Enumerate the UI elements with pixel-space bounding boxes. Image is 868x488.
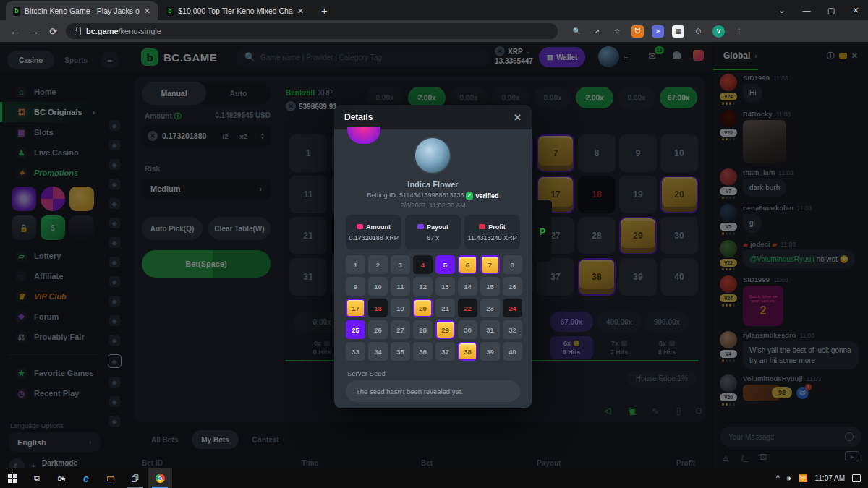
keno-tile-9[interactable]: 9 <box>619 134 657 172</box>
sidebar-collapse-icon[interactable]: ≡ <box>101 51 119 69</box>
sidebar-item-favorite-games[interactable]: ★Favorite Games <box>0 363 105 383</box>
sidebar-item-recent-play[interactable]: ◷Recent Play <box>0 383 105 403</box>
bonus-gift-icon[interactable] <box>693 50 704 61</box>
wallet-button[interactable]: ▤ Wallet <box>539 47 585 67</box>
chat-username[interactable]: SID199911:03 <box>743 275 864 283</box>
chat-username[interactable]: R4Rocky11:03 <box>743 110 864 118</box>
tab-close-icon[interactable]: ✕ <box>144 7 150 16</box>
start-button[interactable] <box>0 468 25 488</box>
sidebar-item-forum[interactable]: ❖Forum <box>0 307 105 327</box>
bcgame-logo-text[interactable]: BC.GAME <box>163 51 217 64</box>
sound-icon[interactable]: ◁ <box>602 406 613 416</box>
player-avatar[interactable] <box>414 137 451 174</box>
reload-button[interactable]: ⟳ <box>49 26 57 37</box>
window-minimize-button[interactable]: — <box>794 6 819 14</box>
store-icon[interactable]: 🛍 <box>49 468 74 488</box>
gif-icon[interactable]: ▶ <box>845 451 859 461</box>
bcgame-logo-icon[interactable]: b <box>141 48 158 66</box>
sidebar-item-slots[interactable]: ▦Slots <box>0 122 105 142</box>
wallet-extension-icon[interactable]: ➤ <box>652 25 664 38</box>
bomb-icon[interactable]: ◆ <box>109 315 120 326</box>
keno-tile-37[interactable]: 37 <box>537 258 574 296</box>
spiral-target-icon[interactable] <box>12 187 36 211</box>
mask-icon[interactable]: ◆ <box>109 198 120 209</box>
game-search-input[interactable]: 🔍 Game name | Provider | Category Tag <box>237 48 490 67</box>
keno-tile-21[interactable]: 21 <box>289 217 327 254</box>
manual-tab[interactable]: Manual <box>142 82 206 105</box>
chat-card-image[interactable]: Quick, blow on your screen.2 <box>743 286 783 326</box>
keno-tile-29[interactable]: 29 <box>619 217 657 254</box>
chat-gif-image[interactable] <box>743 120 786 163</box>
keno-tile-7[interactable]: 7 <box>537 134 574 172</box>
sports-tab[interactable]: Sports <box>64 56 88 64</box>
pad-icon[interactable]: ◆ <box>109 377 120 388</box>
verified-shield-icon[interactable]: ✓ <box>466 192 473 200</box>
chat-username[interactable]: VoluminousRyuuji11:03 <box>743 374 864 382</box>
bet-button[interactable]: Bet(Space) <box>142 250 271 278</box>
roulette-icon[interactable] <box>41 187 65 211</box>
wheel-icon[interactable]: ◆ <box>109 335 120 346</box>
coin-icon[interactable]: ◆ <box>109 276 120 287</box>
auto-pick-button[interactable]: Auto Pick(Q) <box>142 217 203 240</box>
clock[interactable]: 11:07 AM <box>814 474 845 482</box>
chat-avatar[interactable] <box>720 74 737 91</box>
chat-message-input[interactable]: Your Message <box>720 427 861 447</box>
chat-username[interactable]: tham_lam11:03 <box>743 168 864 176</box>
auto-tab[interactable]: Auto <box>206 82 271 105</box>
zoom-out-icon[interactable]: 🔍 <box>571 25 583 38</box>
browser-menu-icon[interactable]: ⋮ <box>733 25 745 38</box>
tab-search-chevron-icon[interactable]: ⌄ <box>770 6 794 15</box>
sidebar-item-home[interactable]: ⌂Home <box>0 82 105 102</box>
sidebar-item-lottery[interactable]: ▱Lottery <box>0 246 105 266</box>
chat-avatar[interactable] <box>720 275 737 293</box>
help-icon[interactable]: ⊙ <box>693 406 705 416</box>
chat-close-icon[interactable]: ✕ <box>851 51 858 61</box>
edge-icon[interactable]: e <box>74 468 98 488</box>
menu-lines-icon[interactable]: ≡ <box>624 53 628 61</box>
browser-tab[interactable]: bBitcoin Keno Game - Play Jacks o✕ <box>6 1 158 20</box>
keno-tile-19[interactable]: 19 <box>619 176 657 213</box>
rain-tip-icon[interactable]: 🜁 <box>722 453 730 462</box>
keno-icon[interactable]: ◆ <box>108 354 122 368</box>
keno-tile-31[interactable]: 31 <box>289 258 327 296</box>
volume-icon[interactable]: 🕪 <box>787 474 791 483</box>
metamask-extension-icon[interactable]: ᗢ <box>631 25 644 38</box>
chicken-icon[interactable]: ◆ <box>109 159 120 170</box>
window-maximize-button[interactable]: ▢ <box>819 6 843 15</box>
chat-room-title[interactable]: Global <box>723 51 750 61</box>
chat-avatar[interactable] <box>720 168 737 186</box>
keno-tile-28[interactable]: 28 <box>578 217 616 254</box>
ring-icon[interactable]: ◆ <box>109 416 120 427</box>
chat-username[interactable]: SID199911:03 <box>743 74 864 82</box>
keno-tile-30[interactable]: 30 <box>660 217 698 254</box>
amount-input[interactable]: ✕ 0.173201880 /2 x2 ▲▼ <box>142 125 271 147</box>
rocket-icon[interactable]: ◆ <box>109 120 120 131</box>
bell-icon[interactable] <box>673 51 681 59</box>
chat-username[interactable]: rylansmokesdro11:03 <box>743 331 864 339</box>
chat-mention[interactable]: @VoluminousRyuuji <box>749 255 814 263</box>
cards-icon[interactable]: ◆ <box>109 140 120 150</box>
chat-avatar[interactable] <box>720 110 737 127</box>
bet-tab-my-bets[interactable]: My Bets <box>192 430 238 449</box>
notepad-icon[interactable]: 🗍 <box>123 468 148 488</box>
keno-tile-18[interactable]: 18 <box>578 176 616 213</box>
share-icon[interactable]: ↗ <box>591 25 603 38</box>
commands-icon[interactable]: /_ <box>741 453 748 462</box>
orb-icon[interactable]: ◆ <box>109 396 120 407</box>
sidebar-item-vip-club[interactable]: ♛VIP Club <box>0 286 105 307</box>
clear-table-button[interactable]: Clear Table(W) <box>208 217 271 240</box>
network-icon[interactable]: 🛜 <box>799 474 807 482</box>
half-button[interactable]: /2 <box>219 132 232 140</box>
gem-icon[interactable]: ◆ <box>109 296 120 307</box>
shield-icon[interactable]: ◆ <box>109 237 120 248</box>
sidebar-item-bc-originals[interactable]: ⚃BC Originals› <box>0 102 105 122</box>
sidebar-item-promotions[interactable]: ✦Promotions <box>0 163 105 183</box>
darkmode-toggle[interactable]: ☾ ☀ DarkmodeCurrently <box>9 458 77 468</box>
dice-roll-icon[interactable]: ⚄ <box>760 453 767 462</box>
chrome-icon[interactable] <box>148 468 172 488</box>
keno-tile-1[interactable]: 1 <box>289 134 327 172</box>
stats-icon[interactable]: ∿ <box>650 406 661 416</box>
sidebar-item-provably-fair[interactable]: ⚖Provably Fair <box>0 327 105 347</box>
tower-icon[interactable]: ◆ <box>109 257 120 267</box>
tab-close-icon[interactable]: ✕ <box>297 7 304 16</box>
